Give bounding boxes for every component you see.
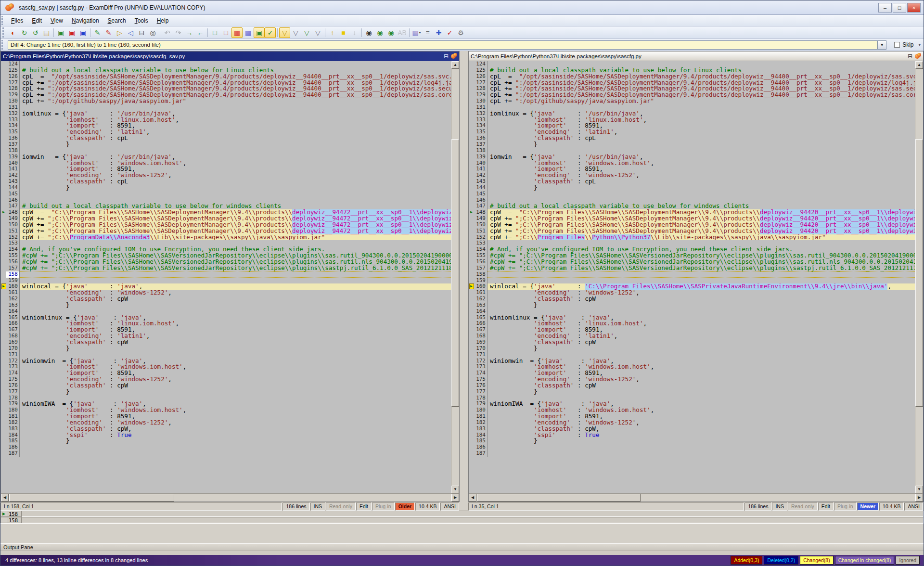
code-line[interactable]: 159	[1, 278, 451, 284]
code-line[interactable]: 156#cpW += ";C:\\Program Files\\SASHome\…	[469, 259, 915, 265]
code-line[interactable]: 181 'iomport' : 8591,	[469, 413, 915, 420]
code-line[interactable]: 124	[1, 61, 451, 67]
strip-channel[interactable]	[22, 517, 924, 523]
code-line[interactable]: 161 'encoding' : 'windows-1252',	[1, 290, 451, 296]
print-preview-icon[interactable]: ◎	[147, 27, 158, 38]
output-pane-caption[interactable]: Output Pane	[0, 543, 924, 551]
code-line[interactable]: 178	[1, 395, 451, 401]
code-line[interactable]: 168 'encoding' : 'latin1',	[469, 333, 915, 339]
strip-channel[interactable]	[22, 511, 924, 517]
code-line[interactable]: 132iomlinux = {'java' : '/usr/bin/java',	[1, 111, 451, 117]
code-line[interactable]: 141 'iomport' : 8591,	[469, 166, 915, 172]
close-button[interactable]: ×	[907, 3, 921, 13]
recompare-swap-icon[interactable]: ↺	[30, 27, 41, 38]
code-line[interactable]: 172winiomwin = {'java' : 'java',	[1, 358, 451, 364]
pane-splitter[interactable]	[460, 51, 468, 502]
redo-icon[interactable]: ↷	[173, 27, 184, 38]
code-line[interactable]: 187	[469, 450, 915, 457]
code-line[interactable]: 184 'sspi' : True	[469, 432, 915, 438]
code-line[interactable]: 174 'iomport' : 8591,	[469, 370, 915, 376]
code-line[interactable]: 133 'iomhost' : 'linux.iom.host',	[1, 117, 451, 123]
code-line[interactable]: 141 'iomport' : 8591,	[1, 166, 451, 172]
scroll-right-arrow[interactable]: ▶	[915, 494, 923, 502]
code-line[interactable]: 163 }	[1, 302, 451, 309]
print-icon[interactable]: ⊟	[136, 27, 147, 38]
plugin-options-icon[interactable]: ✓	[444, 27, 455, 38]
code-line[interactable]: 147# build out a local classpath variabl…	[1, 203, 451, 209]
horizontal-scrollbar[interactable]: ◀ ▶	[469, 493, 923, 502]
code-line[interactable]: 177 }	[469, 389, 915, 395]
vertical-scrollbar[interactable]: ▲ ▼	[451, 61, 459, 493]
code-line[interactable]: 136 'classpath' : cpL	[469, 135, 915, 142]
code-line[interactable]: ▶160winlocal = {'java' : 'C:\\Program Fi…	[469, 283, 915, 290]
code-line[interactable]: 133 'iomhost' : 'linux.iom.host',	[469, 117, 915, 123]
code-line[interactable]: 184 'sspi' : True	[1, 432, 451, 438]
save-both-icon[interactable]: ▣	[77, 27, 89, 38]
code-line[interactable]: 131	[1, 104, 451, 111]
code-line[interactable]: 164	[469, 309, 915, 315]
code-line[interactable]: 180 'iomhost' : 'windows.iom.host',	[1, 407, 451, 413]
code-line[interactable]: 166 'iomhost' : 'linux.iom.host',	[1, 321, 451, 327]
code-line[interactable]: 142 'encoding' : 'windows-1252',	[469, 172, 915, 179]
compare-files-icon[interactable]: ◐	[8, 27, 19, 38]
code-line[interactable]: 173 'iomhost' : 'windows.iom.host',	[469, 364, 915, 370]
minimize-button[interactable]: –	[878, 3, 892, 13]
code-line[interactable]: 151cpW += ";C:\\Program Files\\SASHome\\…	[469, 228, 915, 234]
diff-combo-dropdown[interactable]: ▼	[877, 40, 886, 50]
code-line[interactable]: 169 'classpath' : cpW	[469, 339, 915, 346]
code-line[interactable]: 127cpL += ":/opt/sasinside/SASHome/SASDe…	[469, 80, 915, 86]
code-line[interactable]: 150cpW += ";C:\\Program Files\\SASHome\\…	[1, 222, 451, 228]
find-icon[interactable]: ◉	[363, 27, 374, 38]
code-line[interactable]: 127cpL += ":/opt/sasinside/SASHome/SASDe…	[1, 80, 451, 86]
code-line[interactable]: 162 'classpath' : cpW	[1, 296, 451, 302]
code-line[interactable]: 128cpL += ":/opt/sasinside/SASHome/SASDe…	[1, 86, 451, 92]
filter-exclude-icon[interactable]: ▽	[312, 27, 323, 38]
code-line[interactable]: 175 'encoding' : 'windows-1252',	[469, 376, 915, 383]
horizontal-scroll-thumb[interactable]	[477, 494, 641, 502]
code-line[interactable]: ▶148cpW = "C:\\Program Files\\SASHome\\S…	[469, 209, 915, 216]
code-line[interactable]: 139iomwin = {'java' : '/usr/bin/java',	[469, 154, 915, 160]
code-line[interactable]: 154# And, if you've configured IOM to us…	[1, 246, 451, 253]
code-line[interactable]: 145	[1, 191, 451, 197]
code-line[interactable]: 137 }	[469, 142, 915, 148]
code-line[interactable]: 165winiomlinux = {'java' : 'java',	[1, 315, 451, 321]
code-line[interactable]: 180 'iomhost' : 'windows.iom.host',	[469, 407, 915, 413]
find-prev-icon[interactable]: ◉	[385, 27, 397, 38]
edit-first-icon[interactable]: ✎	[92, 27, 103, 38]
toolbar-overflow-chevron[interactable]: ▾	[918, 42, 921, 47]
code-line[interactable]: 182 'encoding' : 'windows-1252',	[469, 420, 915, 426]
code-line[interactable]: 164	[1, 309, 451, 315]
code-line[interactable]: 177 }	[1, 389, 451, 395]
scroll-right-arrow[interactable]: ▶	[451, 494, 459, 502]
menu-item-view[interactable]: View	[46, 16, 67, 26]
code-line[interactable]: ▶148cpW = "C:\\Program Files\\SASHome\\S…	[1, 209, 451, 216]
code-line[interactable]: 183 'classpath' : cpW,	[469, 426, 915, 432]
copy-to-second-icon[interactable]: ▷	[114, 27, 125, 38]
code-line[interactable]: 182 'encoding' : 'windows-1252',	[1, 420, 451, 426]
vertical-scrollbar[interactable]: ▲ ▼	[915, 61, 923, 493]
code-line[interactable]: 166 'iomhost' : 'linux.iom.host',	[469, 321, 915, 327]
scroll-down-arrow[interactable]: ▼	[915, 486, 923, 493]
code-line[interactable]: 157#cpW += ";C:\\Program Files\\SASHome\…	[1, 265, 451, 271]
code-line[interactable]: 175 'encoding' : 'windows-1252',	[1, 376, 451, 383]
edit-filters-icon[interactable]: ▽	[279, 27, 290, 38]
code-line[interactable]: 152cpW += ";C:\\Program Files\\Python\\P…	[469, 234, 915, 241]
code-line[interactable]: 142 'encoding' : 'windows-1252',	[1, 172, 451, 179]
scroll-left-arrow[interactable]: ◀	[469, 494, 476, 502]
scroll-left-arrow[interactable]: ◀	[1, 494, 9, 502]
vertical-scroll-thumb[interactable]	[451, 139, 459, 407]
code-line[interactable]: 179winiomIWA = {'java' : 'java',	[1, 401, 451, 407]
code-line[interactable]: 154# And, if you've configured IOM to us…	[469, 246, 915, 253]
code-line[interactable]: ▶160winlocal = {'java' : 'java',	[1, 283, 451, 290]
code-line[interactable]: 169 'classpath' : cpW	[1, 339, 451, 346]
horizontal-scroll-thumb[interactable]	[9, 494, 174, 502]
horizontal-scrollbar[interactable]: ◀ ▶	[1, 493, 459, 502]
code-line[interactable]: 156#cpW += ";C:\\Program Files\\SASHome\…	[1, 259, 451, 265]
code-line[interactable]: 153	[469, 240, 915, 246]
code-line[interactable]: 146	[469, 197, 915, 204]
code-line[interactable]: 172winiomwin = {'java' : 'java',	[469, 358, 915, 364]
scroll-up-arrow[interactable]: ▲	[915, 61, 923, 69]
show-differences-icon[interactable]: □	[220, 27, 231, 38]
code-line[interactable]: 136 'classpath' : cpL	[1, 135, 451, 142]
code-line[interactable]: 186	[1, 444, 451, 450]
